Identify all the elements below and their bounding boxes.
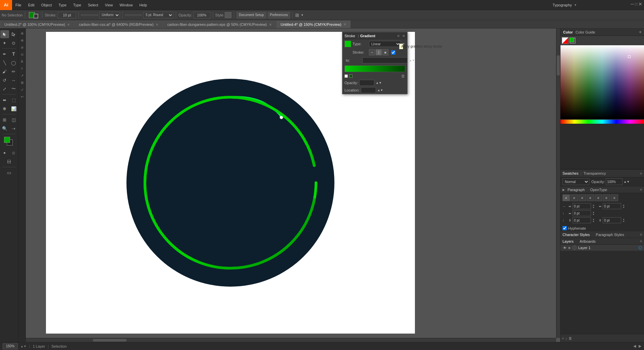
opacity-value-input[interactable] — [359, 80, 374, 86]
stroke-color-box[interactable] — [34, 14, 38, 18]
reflect-tool[interactable]: ↔ — [9, 76, 18, 84]
type-tool[interactable]: T — [9, 50, 18, 58]
justify-btn[interactable]: ≡ — [587, 194, 594, 201]
right-indent-down[interactable]: ▼ — [623, 206, 625, 209]
char-styles-tab[interactable]: Character Styles — [562, 233, 590, 237]
typography-label[interactable]: Typography ▼ — [553, 3, 577, 7]
foreground-color-box[interactable] — [4, 137, 10, 143]
none-mode-btn[interactable]: □ — [5, 158, 13, 166]
stroke-icon-2[interactable]: ║ — [376, 49, 382, 55]
panel-close-icon[interactable]: ✕ — [402, 34, 405, 38]
mid-icon-7[interactable]: ↗ — [19, 72, 25, 78]
move-to-layer-btn[interactable]: ↓ — [565, 336, 567, 340]
gradient-color-swatch[interactable] — [344, 41, 351, 47]
fill-stroke-indicator[interactable] — [28, 12, 40, 18]
gradient-panel-tab[interactable]: Gradient — [360, 34, 375, 38]
opacity-arrows[interactable]: ▲▼ — [376, 81, 382, 84]
right-indent-up[interactable]: ▲ — [623, 204, 625, 206]
stroke-icon-3[interactable]: ▣ — [382, 49, 388, 55]
space-before-down[interactable]: ▼ — [592, 220, 595, 223]
pen-tool[interactable]: ✒ — [0, 50, 9, 58]
align-left-btn[interactable]: ≡ — [562, 194, 570, 201]
layer-expand-arrow[interactable]: ▶ — [569, 246, 571, 249]
tab-close-4[interactable]: ✕ — [343, 22, 346, 26]
justify-all-btn[interactable]: ≡ — [611, 194, 618, 201]
layer-visibility-toggle[interactable]: 👁 — [562, 245, 567, 250]
nav-next-btn[interactable]: ▶ — [639, 344, 641, 348]
ellipse-tool[interactable]: ◯ — [9, 59, 18, 67]
make-sublayer-btn[interactable]: + — [562, 336, 564, 340]
to-arrow[interactable]: ▲▼ — [409, 59, 415, 62]
first-indent-down[interactable]: ▼ — [592, 213, 595, 216]
tab-3[interactable]: carbon-fiber-dungarees-pattern.eps @ 50%… — [163, 20, 276, 28]
gradient-type-select[interactable]: Linear Radial — [369, 41, 401, 47]
horizontal-scrollbar[interactable] — [26, 338, 556, 342]
tab-4-active[interactable]: Untitled-4* @ 150% (CMYK/Preview) ✕ — [276, 20, 351, 28]
mid-icon-10[interactable]: ↩ — [19, 94, 25, 100]
artboard-tool[interactable]: ▭ — [5, 169, 13, 177]
panel-expand-icon[interactable]: ≡ — [639, 30, 641, 34]
blend-mode-select[interactable]: Normal — [562, 178, 589, 185]
location-arrows[interactable]: ▲▼ — [377, 89, 383, 92]
opacity-percentage-input[interactable] — [606, 178, 623, 185]
mid-icon-6[interactable]: ⌑ — [19, 65, 25, 71]
tab-2[interactable]: carbon-fiber-css.ai* @ 6400% (RGB/Previe… — [74, 20, 163, 28]
vertical-scrollbar[interactable] — [556, 28, 560, 338]
gradient-tool[interactable]: ◫ — [9, 116, 18, 124]
layers-menu-icon[interactable]: ≡ — [640, 239, 642, 243]
swatches-tab[interactable]: Swatches — [562, 171, 579, 175]
justify-center-btn[interactable]: ≡ — [595, 194, 602, 201]
gradient-delete-icon[interactable]: 🗑 — [401, 74, 405, 78]
mid-icon-8[interactable]: ⊞ — [19, 79, 25, 85]
color-none-box[interactable] — [562, 37, 569, 44]
minimize-btn[interactable]: ─ — [631, 1, 634, 7]
zoom-input[interactable] — [3, 343, 18, 349]
opentype-title[interactable]: OpenType — [590, 188, 607, 192]
width-tool[interactable]: ⬌ — [0, 96, 9, 104]
left-indent-input[interactable] — [573, 203, 591, 209]
close-btn[interactable]: ✕ — [638, 1, 642, 7]
space-after-input[interactable] — [603, 217, 621, 223]
uniform-select[interactable]: Uniform — [99, 12, 120, 18]
first-indent-up[interactable]: ▲ — [592, 211, 595, 213]
tab-1[interactable]: Untitled-2* @ 100% (CMYK/Preview) ✕ — [0, 20, 74, 28]
panel-menu-icon[interactable]: ≡ — [397, 34, 399, 38]
menu-file[interactable]: File — [12, 0, 25, 10]
restore-btn[interactable]: □ — [635, 2, 637, 6]
color-mode-btn[interactable]: ■ — [0, 149, 9, 157]
mid-icon-9[interactable]: ⤢ — [19, 86, 25, 93]
color-spectrum[interactable] — [560, 45, 644, 119]
selection-tool[interactable] — [0, 30, 9, 38]
arrange-arrow[interactable]: ▼ — [301, 13, 304, 17]
preferences-button[interactable]: Preferences — [268, 12, 290, 18]
to-input[interactable] — [362, 57, 408, 63]
layer-target-dot[interactable] — [639, 246, 642, 249]
menu-edit[interactable]: Edit — [25, 0, 38, 10]
rotate-tool[interactable]: ↺ — [0, 76, 9, 84]
direct-selection-tool[interactable] — [9, 30, 18, 38]
delete-layer-btn[interactable]: 🗑 — [569, 336, 572, 340]
left-indent-up[interactable]: ▲ — [592, 204, 595, 206]
mid-icon-5[interactable]: A — [19, 58, 25, 64]
space-before-up[interactable]: ▲ — [592, 218, 595, 220]
tab-close-2[interactable]: ✕ — [156, 23, 158, 26]
char-styles-menu-icon[interactable]: ≡ — [640, 233, 642, 236]
stroke-panel-tab[interactable]: Stroke — [344, 34, 355, 38]
mid-icon-1[interactable]: ⊕ — [19, 30, 25, 36]
opacity-input[interactable] — [194, 12, 210, 18]
stroke-swatch-box[interactable] — [570, 38, 576, 44]
menu-type[interactable]: Type — [55, 0, 70, 10]
gradient-bar[interactable] — [344, 65, 405, 72]
graph-tool[interactable]: 📊 — [9, 105, 18, 113]
swatches-menu-icon[interactable]: ≡ — [640, 172, 642, 175]
mesh-tool[interactable]: ⊞ — [0, 116, 9, 124]
hyphenate-checkbox[interactable] — [562, 226, 567, 230]
paintbrush-tool[interactable]: 🖌 — [0, 67, 9, 75]
align-center-btn[interactable]: ≡ — [571, 194, 578, 201]
menu-effect[interactable]: Select — [85, 0, 102, 10]
nav-prev-btn[interactable]: ◀ — [633, 344, 636, 348]
gradient-stop-left[interactable] — [344, 74, 348, 78]
menu-help[interactable]: Help — [136, 0, 151, 10]
artboards-tab[interactable]: Artboards — [580, 239, 596, 243]
space-after-down[interactable]: ▼ — [623, 220, 625, 223]
